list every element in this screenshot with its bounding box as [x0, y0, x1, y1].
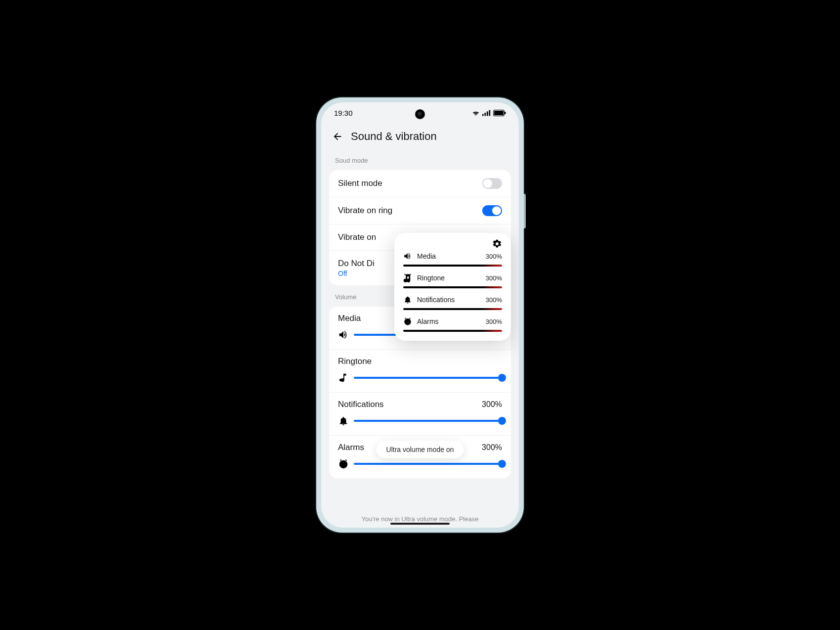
section-label-sound-mode: Soud mode [321, 154, 519, 167]
svg-rect-0 [482, 114, 484, 116]
signal-icon [482, 109, 491, 116]
screen: 19:30 Sound & vibration Soud mode Silent… [321, 102, 519, 528]
vibrate-other-label: Vibrate on [338, 232, 376, 242]
overlay-media-value: 300% [486, 253, 502, 260]
silent-mode-label: Silent mode [338, 179, 382, 188]
alarm-clock-icon [403, 317, 412, 326]
slider-thumb[interactable] [498, 417, 506, 425]
alarm-clock-icon [338, 458, 349, 469]
footer-text: You're now in Ultra volume mode. Please [321, 515, 519, 523]
overlay-ringtone-value: 300% [486, 274, 502, 282]
phone-frame: 19:30 Sound & vibration Soud mode Silent… [316, 97, 524, 533]
camera-hole [415, 109, 425, 119]
notifications-slider[interactable] [354, 420, 502, 422]
vibrate-ring-toggle[interactable] [482, 205, 502, 216]
overlay-alarms-value: 300% [486, 318, 502, 325]
notifications-value: 300% [482, 400, 502, 409]
speaker-icon [338, 329, 349, 340]
overlay-row-notifications: Notifications 300% [403, 295, 502, 310]
home-indicator[interactable] [390, 523, 450, 525]
slider-thumb[interactable] [498, 460, 506, 468]
volume-row-ringtone: Ringtone [329, 350, 511, 393]
volume-overlay-panel: Media 300% Ringtone 300% [394, 233, 511, 341]
speaker-icon [403, 252, 412, 261]
svg-rect-5 [494, 111, 504, 115]
vibrate-ring-label: Vibrate on ring [338, 206, 392, 216]
alarms-value: 300% [482, 443, 502, 452]
overlay-media-label: Media [417, 252, 436, 260]
page-title: Sound & vibration [351, 130, 437, 143]
silent-mode-toggle[interactable] [482, 178, 502, 189]
overlay-row-ringtone: Ringtone 300% [403, 273, 502, 288]
wifi-icon [471, 109, 480, 116]
back-arrow-icon[interactable] [332, 131, 343, 142]
row-silent-mode[interactable]: Silent mode [329, 170, 511, 197]
dnd-label: Do Not Di [338, 259, 375, 269]
overlay-alarms-slider[interactable] [403, 330, 502, 332]
overlay-notifications-value: 300% [486, 296, 502, 304]
bell-icon [338, 415, 349, 426]
alarms-label: Alarms [338, 443, 364, 452]
status-time: 19:30 [334, 109, 353, 117]
overlay-ringtone-slider[interactable] [403, 286, 502, 288]
row-vibrate-ring[interactable]: Vibrate on ring [329, 197, 511, 225]
page-header: Sound & vibration [321, 123, 519, 154]
ringtone-slider[interactable] [354, 377, 502, 379]
overlay-notifications-slider[interactable] [403, 308, 502, 310]
overlay-ringtone-label: Ringtone [417, 274, 445, 282]
music-note-icon [338, 372, 349, 383]
media-label: Media [338, 314, 361, 323]
phone-side-button [524, 194, 526, 228]
svg-rect-6 [504, 112, 506, 114]
gear-icon[interactable] [492, 239, 502, 249]
toast-message: Ultra volume mode on [377, 441, 464, 458]
overlay-notifications-label: Notifications [417, 296, 455, 304]
battery-icon [493, 110, 506, 116]
volume-row-notifications: Notifications 300% [329, 393, 511, 436]
overlay-alarms-label: Alarms [417, 317, 439, 325]
ringtone-icon [403, 273, 412, 282]
bell-icon [403, 295, 412, 304]
overlay-row-media: Media 300% [403, 252, 502, 267]
notifications-label: Notifications [338, 400, 384, 409]
ringtone-label: Ringtone [338, 357, 372, 366]
alarms-slider[interactable] [354, 463, 502, 465]
status-icons [471, 109, 506, 116]
overlay-media-slider[interactable] [403, 265, 502, 267]
svg-rect-3 [489, 110, 491, 116]
overlay-row-alarms: Alarms 300% [403, 317, 502, 332]
svg-rect-2 [487, 111, 488, 116]
slider-thumb[interactable] [498, 374, 506, 382]
dnd-status: Off [338, 270, 375, 277]
svg-rect-1 [485, 113, 486, 116]
